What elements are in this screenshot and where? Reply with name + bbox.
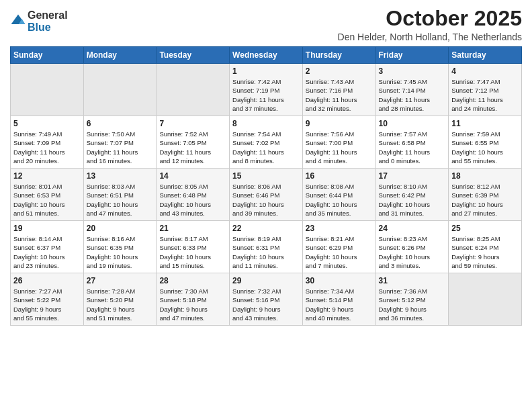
calendar-cell: 13Sunrise: 8:03 AM Sunset: 6:51 PM Dayli… — [83, 169, 157, 221]
header-sunday: Sunday — [11, 47, 84, 64]
day-info: Sunrise: 8:19 AM Sunset: 6:31 PM Dayligh… — [232, 234, 300, 270]
month-title: October 2025 — [338, 7, 522, 30]
calendar-cell: 30Sunrise: 7:34 AM Sunset: 5:14 PM Dayli… — [302, 273, 375, 326]
day-info: Sunrise: 8:01 AM Sunset: 6:53 PM Dayligh… — [13, 182, 81, 218]
day-number: 22 — [232, 224, 300, 233]
day-info: Sunrise: 8:14 AM Sunset: 6:37 PM Dayligh… — [13, 234, 81, 270]
calendar-cell — [11, 64, 84, 116]
day-number: 25 — [451, 224, 519, 233]
calendar-cell: 14Sunrise: 8:05 AM Sunset: 6:48 PM Dayli… — [157, 169, 230, 221]
day-number: 21 — [159, 224, 226, 233]
day-number: 20 — [87, 224, 154, 233]
day-info: Sunrise: 7:52 AM Sunset: 7:05 PM Dayligh… — [159, 130, 226, 165]
day-info: Sunrise: 7:30 AM Sunset: 5:18 PM Dayligh… — [159, 287, 226, 322]
day-info: Sunrise: 7:34 AM Sunset: 5:14 PM Dayligh… — [306, 287, 373, 322]
header-thursday: Thursday — [302, 47, 375, 64]
day-info: Sunrise: 7:28 AM Sunset: 5:20 PM Dayligh… — [87, 287, 154, 322]
day-info: Sunrise: 7:27 AM Sunset: 5:22 PM Dayligh… — [13, 287, 81, 322]
calendar-cell — [449, 273, 522, 326]
day-number: 29 — [232, 276, 300, 285]
day-info: Sunrise: 8:05 AM Sunset: 6:48 PM Dayligh… — [159, 182, 226, 218]
day-number: 23 — [306, 224, 373, 233]
header-tuesday: Tuesday — [157, 47, 230, 64]
day-info: Sunrise: 8:25 AM Sunset: 6:24 PM Dayligh… — [451, 234, 519, 270]
header: General Blue October 2025 Den Helder, No… — [10, 7, 522, 42]
day-info: Sunrise: 7:47 AM Sunset: 7:12 PM Dayligh… — [451, 77, 519, 113]
day-info: Sunrise: 8:06 AM Sunset: 6:46 PM Dayligh… — [232, 182, 300, 218]
day-info: Sunrise: 7:56 AM Sunset: 7:00 PM Dayligh… — [306, 130, 373, 165]
day-number: 6 — [87, 119, 154, 128]
calendar-cell: 8Sunrise: 7:54 AM Sunset: 7:02 PM Daylig… — [230, 116, 303, 169]
day-info: Sunrise: 8:16 AM Sunset: 6:35 PM Dayligh… — [87, 234, 154, 270]
day-number: 10 — [379, 119, 446, 128]
day-number: 5 — [13, 119, 81, 128]
day-number: 17 — [379, 171, 446, 181]
calendar-cell: 11Sunrise: 7:59 AM Sunset: 6:55 PM Dayli… — [449, 116, 522, 169]
day-info: Sunrise: 7:36 AM Sunset: 5:12 PM Dayligh… — [379, 287, 446, 322]
day-info: Sunrise: 8:12 AM Sunset: 6:39 PM Dayligh… — [451, 182, 519, 218]
calendar-cell: 23Sunrise: 8:21 AM Sunset: 6:29 PM Dayli… — [302, 221, 375, 273]
day-number: 28 — [159, 276, 226, 285]
day-number: 26 — [13, 276, 81, 285]
calendar-cell: 31Sunrise: 7:36 AM Sunset: 5:12 PM Dayli… — [375, 273, 449, 326]
calendar-cell: 26Sunrise: 7:27 AM Sunset: 5:22 PM Dayli… — [11, 273, 84, 326]
day-info: Sunrise: 8:08 AM Sunset: 6:44 PM Dayligh… — [306, 182, 373, 218]
day-info: Sunrise: 7:49 AM Sunset: 7:09 PM Dayligh… — [13, 130, 81, 165]
calendar-cell: 19Sunrise: 8:14 AM Sunset: 6:37 PM Dayli… — [11, 221, 84, 273]
day-number: 24 — [379, 224, 446, 233]
day-number: 4 — [451, 66, 519, 76]
calendar-cell: 5Sunrise: 7:49 AM Sunset: 7:09 PM Daylig… — [11, 116, 84, 169]
calendar-cell: 15Sunrise: 8:06 AM Sunset: 6:46 PM Dayli… — [230, 169, 303, 221]
calendar-cell: 1Sunrise: 7:42 AM Sunset: 7:19 PM Daylig… — [230, 64, 303, 116]
calendar-cell: 21Sunrise: 8:17 AM Sunset: 6:33 PM Dayli… — [157, 221, 230, 273]
header-monday: Monday — [83, 47, 157, 64]
day-info: Sunrise: 7:42 AM Sunset: 7:19 PM Dayligh… — [232, 77, 300, 113]
day-info: Sunrise: 7:50 AM Sunset: 7:07 PM Dayligh… — [87, 130, 154, 165]
day-info: Sunrise: 7:54 AM Sunset: 7:02 PM Dayligh… — [232, 130, 300, 165]
header-friday: Friday — [375, 47, 449, 64]
calendar-cell: 25Sunrise: 8:25 AM Sunset: 6:24 PM Dayli… — [449, 221, 522, 273]
calendar-cell: 29Sunrise: 7:32 AM Sunset: 5:16 PM Dayli… — [230, 273, 303, 326]
logo-general: General — [28, 9, 68, 21]
day-number: 9 — [306, 119, 373, 128]
day-info: Sunrise: 8:23 AM Sunset: 6:26 PM Dayligh… — [379, 234, 446, 270]
day-number: 18 — [451, 171, 519, 181]
calendar-cell: 3Sunrise: 7:45 AM Sunset: 7:14 PM Daylig… — [375, 64, 449, 116]
calendar-cell: 9Sunrise: 7:56 AM Sunset: 7:00 PM Daylig… — [302, 116, 375, 169]
calendar-cell: 28Sunrise: 7:30 AM Sunset: 5:18 PM Dayli… — [157, 273, 230, 326]
header-saturday: Saturday — [449, 47, 522, 64]
day-info: Sunrise: 8:17 AM Sunset: 6:33 PM Dayligh… — [159, 234, 226, 270]
day-number: 11 — [451, 119, 519, 128]
calendar-week-5: 26Sunrise: 7:27 AM Sunset: 5:22 PM Dayli… — [11, 273, 522, 326]
day-info: Sunrise: 7:57 AM Sunset: 6:58 PM Dayligh… — [379, 130, 446, 165]
day-number: 16 — [306, 171, 373, 181]
day-number: 31 — [379, 276, 446, 285]
calendar-cell: 6Sunrise: 7:50 AM Sunset: 7:07 PM Daylig… — [83, 116, 157, 169]
calendar-week-1: 1Sunrise: 7:42 AM Sunset: 7:19 PM Daylig… — [11, 64, 522, 116]
calendar-cell: 20Sunrise: 8:16 AM Sunset: 6:35 PM Dayli… — [83, 221, 157, 273]
day-number: 3 — [379, 66, 446, 76]
day-info: Sunrise: 8:10 AM Sunset: 6:42 PM Dayligh… — [379, 182, 446, 218]
day-headers-row: Sunday Monday Tuesday Wednesday Thursday… — [11, 47, 522, 64]
calendar-cell: 17Sunrise: 8:10 AM Sunset: 6:42 PM Dayli… — [375, 169, 449, 221]
calendar-week-2: 5Sunrise: 7:49 AM Sunset: 7:09 PM Daylig… — [11, 116, 522, 169]
calendar-cell: 16Sunrise: 8:08 AM Sunset: 6:44 PM Dayli… — [302, 169, 375, 221]
calendar-table: Sunday Monday Tuesday Wednesday Thursday… — [10, 46, 522, 326]
day-number: 19 — [13, 224, 81, 233]
day-number: 15 — [232, 171, 300, 181]
day-info: Sunrise: 7:59 AM Sunset: 6:55 PM Dayligh… — [451, 130, 519, 165]
day-number: 2 — [306, 66, 373, 76]
day-number: 1 — [232, 66, 300, 76]
logo: General Blue — [10, 9, 68, 33]
day-info: Sunrise: 8:21 AM Sunset: 6:29 PM Dayligh… — [306, 234, 373, 270]
day-number: 27 — [87, 276, 154, 285]
location: Den Helder, North Holland, The Netherlan… — [338, 32, 522, 42]
day-number: 8 — [232, 119, 300, 128]
day-number: 7 — [159, 119, 226, 128]
calendar-cell: 24Sunrise: 8:23 AM Sunset: 6:26 PM Dayli… — [375, 221, 449, 273]
logo-icon — [10, 13, 26, 30]
day-info: Sunrise: 8:03 AM Sunset: 6:51 PM Dayligh… — [87, 182, 154, 218]
day-number: 30 — [306, 276, 373, 285]
calendar-cell: 2Sunrise: 7:43 AM Sunset: 7:16 PM Daylig… — [302, 64, 375, 116]
day-number: 14 — [159, 171, 226, 181]
